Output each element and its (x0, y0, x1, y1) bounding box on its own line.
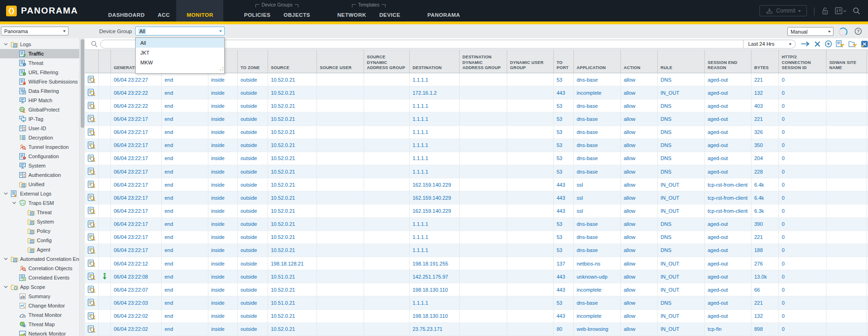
cell-to-zone[interactable]: outside (238, 257, 268, 270)
cell-http-2-connection-session-id[interactable]: 0 (779, 257, 827, 270)
cell-rule[interactable]: DNS (658, 73, 705, 86)
config-save-icon[interactable] (835, 7, 847, 15)
cell-type[interactable]: end (162, 310, 208, 322)
cell-bytes[interactable]: 132 (751, 86, 779, 99)
cell-application[interactable]: dns-base (574, 152, 621, 165)
nav-tab-monitor[interactable]: MONITOR (176, 0, 223, 21)
cell-action[interactable]: allow (621, 191, 658, 204)
cell-to-zone[interactable]: outside (238, 139, 268, 152)
sidebar-item-threat-map[interactable]: Threat Map (0, 320, 79, 329)
cell-session-end-reason[interactable]: aged-out (705, 99, 751, 112)
sidebar-item-traps-esm[interactable]: Traps ESM (0, 198, 79, 208)
cell-action[interactable]: allow (621, 112, 658, 125)
cell-session-end-reason[interactable]: aged-out (705, 165, 751, 178)
cell-to-port[interactable]: 53 (554, 126, 574, 139)
cell-to-port[interactable]: 53 (554, 296, 574, 309)
cell-rule[interactable]: DNS (658, 139, 705, 152)
cell-http-2-connection-session-id[interactable]: 0 (779, 165, 827, 178)
log-detail-icon[interactable] (85, 244, 99, 257)
sidebar-item-wildfire-submissions[interactable]: WildFire Submissions (0, 77, 79, 86)
cell-action[interactable]: allow (621, 126, 658, 139)
pcap-download-icon[interactable] (99, 270, 111, 283)
cell-application[interactable]: dns-base (574, 139, 621, 152)
cell-from-zone[interactable]: inside (208, 257, 238, 270)
cell-generate-time[interactable]: 06/04 23:22:03 (111, 296, 162, 309)
cell-generate-time[interactable]: 06/04 23:22:12 (111, 257, 162, 270)
cell-http-2-connection-session-id[interactable]: 0 (779, 86, 827, 99)
cell-bytes[interactable]: 204 (751, 152, 779, 165)
cell-from-zone[interactable]: inside (208, 191, 238, 204)
cell-bytes[interactable]: 898 (751, 323, 779, 336)
cell-type[interactable]: end (162, 296, 208, 309)
cell-session-end-reason[interactable]: aged-out (705, 283, 751, 296)
cell-rule[interactable]: IN_OUT (658, 86, 705, 99)
cell-http-2-connection-session-id[interactable]: 0 (779, 323, 827, 336)
cell-destination[interactable]: 1.1.1.1 (410, 165, 460, 178)
cell-bytes[interactable]: 6.4k (751, 178, 779, 191)
cell-session-end-reason[interactable]: tcp-rst-from-client (705, 178, 751, 191)
cell-type[interactable]: end (162, 191, 208, 204)
cell-bytes[interactable]: 221 (751, 73, 779, 86)
sidebar-item-threat[interactable]: Threat (0, 58, 79, 68)
tree-collapse-icon[interactable] (12, 202, 19, 204)
log-detail-icon[interactable] (85, 296, 99, 309)
cell-bytes[interactable]: 228 (751, 165, 779, 178)
cell-generate-time[interactable]: 06/04 23:22:17 (111, 231, 162, 244)
cell-action[interactable]: allow (621, 310, 658, 322)
sidebar-item-threat-monitor[interactable]: Threat Monitor (0, 310, 79, 320)
cell-destination[interactable]: 198.18.130.110 (410, 310, 460, 322)
cell-destination[interactable]: 1.1.1.1 (410, 218, 460, 231)
cell-destination[interactable]: 1.1.1.1 (410, 152, 460, 165)
cell-source[interactable]: 198.18.128.21 (268, 257, 317, 270)
cell-application[interactable]: dns-base (574, 244, 621, 257)
cell-destination[interactable]: 1.1.1.1 (410, 73, 460, 86)
cell-from-zone[interactable]: inside (208, 296, 238, 309)
global-search-icon[interactable] (853, 7, 861, 15)
cell-to-port[interactable]: 443 (554, 270, 574, 283)
sidebar-item-tunnel-inspection[interactable]: Tunnel Inspection (0, 142, 79, 152)
cell-session-end-reason[interactable]: aged-out (705, 231, 751, 244)
cell-rule[interactable]: IN_OUT (658, 270, 705, 283)
cell-to-port[interactable]: 53 (554, 244, 574, 257)
cell-destination[interactable]: 1.1.1.1 (410, 126, 460, 139)
cell-generate-time[interactable]: 06/04 23:22:17 (111, 112, 162, 125)
help-icon[interactable]: ? (854, 28, 862, 37)
sidebar-item-ip-tag[interactable]: IP-Tag (0, 114, 79, 124)
sidebar-item-summary[interactable]: Summary (0, 292, 79, 301)
cell-action[interactable]: allow (621, 218, 658, 231)
cell-generate-time[interactable]: 06/04 23:22:02 (111, 323, 162, 336)
cell-http-2-connection-session-id[interactable]: 0 (779, 178, 827, 191)
cell-destination[interactable]: 162.159.140.229 (410, 178, 460, 191)
log-detail-icon[interactable] (85, 310, 99, 322)
cell-destination[interactable]: 1.1.1.1 (410, 231, 460, 244)
cell-to-port[interactable]: 443 (554, 191, 574, 204)
cell-session-end-reason[interactable]: aged-out (705, 270, 751, 283)
sidebar-item-globalprotect[interactable]: GlobalProtect (0, 105, 79, 114)
cell-from-zone[interactable]: inside (208, 283, 238, 296)
log-detail-icon[interactable] (85, 126, 99, 139)
column-header-action[interactable]: ACTION (621, 50, 658, 73)
nav-tab-policies[interactable]: POLICIES (237, 0, 277, 21)
cell-type[interactable]: end (162, 152, 208, 165)
sidebar-item-system[interactable]: System (0, 217, 79, 226)
column-header-dynamic-user-group[interactable]: DYNAMIC USER GROUP (507, 50, 554, 73)
cell-session-end-reason[interactable]: aged-out (705, 296, 751, 309)
sidebar-item-correlated-events[interactable]: Correlated Events (0, 273, 79, 282)
commit-button[interactable]: Commit ▾ (759, 5, 807, 16)
cell-session-end-reason[interactable]: aged-out (705, 152, 751, 165)
cell-to-port[interactable]: 53 (554, 112, 574, 125)
cell-application[interactable]: dns-base (574, 296, 621, 309)
cell-bytes[interactable]: 6.4k (751, 191, 779, 204)
tree-collapse-icon[interactable] (4, 258, 11, 260)
cell-application[interactable]: incomplete (574, 86, 621, 99)
sidebar-item-correlation-objects[interactable]: Correlation Objects (0, 264, 79, 273)
nav-tab-device[interactable]: DEVICE (373, 0, 407, 21)
cell-destination[interactable]: 162.159.140.229 (410, 204, 460, 217)
sidebar-item-threat[interactable]: Threat (0, 208, 79, 217)
cell-http-2-connection-session-id[interactable]: 0 (779, 152, 827, 165)
cell-to-zone[interactable]: outside (238, 296, 268, 309)
cell-type[interactable]: end (162, 112, 208, 125)
cell-generate-time[interactable]: 06/04 23:22:02 (111, 310, 162, 322)
log-detail-icon[interactable] (85, 191, 99, 204)
cell-from-zone[interactable]: inside (208, 244, 238, 257)
